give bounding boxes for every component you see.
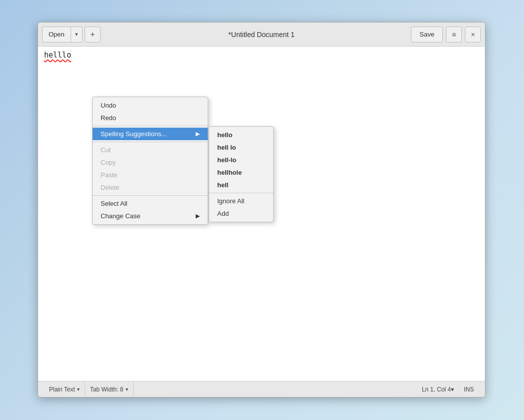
menu-item-change-case[interactable]: Change Case ▶ xyxy=(93,210,208,222)
title-bar-right: Save ≡ × xyxy=(411,27,481,43)
open-button[interactable]: Open ▾ xyxy=(42,27,83,43)
close-icon: × xyxy=(471,31,475,39)
ln-col-label: Ln 1, Col 4 xyxy=(422,386,451,393)
close-button[interactable]: × xyxy=(465,27,481,43)
plain-text-section[interactable]: Plain Text ▾ xyxy=(44,381,85,397)
submenu-item-hell-lo-space[interactable]: hell lo xyxy=(209,141,273,154)
status-bar: Plain Text ▾ Tab Width: 8 ▾ Ln 1, Col 4 … xyxy=(38,381,485,397)
menu-item-spelling[interactable]: Spelling Suggestions... ▶ xyxy=(93,128,208,140)
submenu-item-hellhole[interactable]: hellhole xyxy=(209,166,273,179)
plain-text-label: Plain Text xyxy=(49,386,75,393)
menu-item-paste-label: Paste xyxy=(101,171,117,179)
submenu-item-hell-label: hell xyxy=(217,181,228,189)
menu-separator-2 xyxy=(93,142,208,142)
context-menu: Undo Redo Spelling Suggestions... ▶ Cut … xyxy=(92,97,208,225)
submenu-item-hell-lo-dash[interactable]: hell-lo xyxy=(209,154,273,166)
menu-item-delete[interactable]: Delete xyxy=(93,181,208,194)
submenu-item-ignore-all[interactable]: Ignore All xyxy=(209,195,273,207)
open-dropdown-arrow-icon[interactable]: ▾ xyxy=(71,27,82,42)
ins-section: INS xyxy=(459,386,479,393)
title-bar: Open ▾ + *Untitled Document 1 Save ≡ × xyxy=(38,23,485,47)
new-document-icon: + xyxy=(90,30,95,39)
submenu-item-add[interactable]: Add xyxy=(209,207,273,220)
change-case-arrow-icon: ▶ xyxy=(196,213,200,219)
menu-button[interactable]: ≡ xyxy=(446,27,462,43)
tab-width-section[interactable]: Tab Width: 8 ▾ xyxy=(85,381,134,397)
submenu-item-add-label: Add xyxy=(217,210,229,217)
menu-separator-3 xyxy=(93,195,208,196)
menu-item-select-all[interactable]: Select All xyxy=(93,197,208,210)
menu-item-cut[interactable]: Cut xyxy=(93,144,208,156)
editor-area[interactable]: helllo Undo Redo Spelling Suggestions...… xyxy=(38,47,485,381)
window-title: *Untitled Document 1 xyxy=(228,31,294,39)
ln-col-arrow-icon: ▾ xyxy=(451,386,454,393)
menu-item-copy-label: Copy xyxy=(101,159,116,166)
menu-item-cut-label: Cut xyxy=(101,146,111,154)
app-window: Open ▾ + *Untitled Document 1 Save ≡ × h… xyxy=(38,22,485,397)
submenu-item-hello[interactable]: hello xyxy=(209,129,273,141)
ln-col-section[interactable]: Ln 1, Col 4 ▾ xyxy=(417,386,459,393)
submenu-item-hellhole-label: hellhole xyxy=(217,169,242,176)
tab-width-arrow-icon: ▾ xyxy=(126,386,128,392)
plain-text-arrow-icon: ▾ xyxy=(77,386,80,392)
menu-item-paste[interactable]: Paste xyxy=(93,169,208,181)
menu-separator-1 xyxy=(93,126,208,126)
tab-width-label: Tab Width: 8 xyxy=(90,386,124,393)
menu-item-undo-label: Undo xyxy=(101,102,116,109)
menu-item-copy[interactable]: Copy xyxy=(93,156,208,169)
editor-content: helllo xyxy=(44,51,71,60)
new-document-button[interactable]: + xyxy=(85,27,101,43)
status-right: Ln 1, Col 4 ▾ INS xyxy=(417,386,479,393)
submenu-item-hell[interactable]: hell xyxy=(209,179,273,191)
submenu-item-hell-lo-space-label: hell lo xyxy=(217,144,236,151)
submenu-item-hell-lo-dash-label: hell-lo xyxy=(217,156,236,164)
menu-item-delete-label: Delete xyxy=(101,184,120,191)
menu-item-change-case-label: Change Case xyxy=(101,212,141,220)
menu-item-redo[interactable]: Redo xyxy=(93,112,208,124)
save-button[interactable]: Save xyxy=(411,27,443,43)
menu-icon: ≡ xyxy=(452,31,456,39)
spelling-submenu: hello hell lo hell-lo hellhole hell Igno… xyxy=(209,126,274,222)
submenu-separator xyxy=(209,193,273,193)
menu-item-undo[interactable]: Undo xyxy=(93,99,208,112)
open-button-label[interactable]: Open xyxy=(43,27,71,42)
submenu-item-ignore-all-label: Ignore All xyxy=(217,197,244,205)
menu-item-redo-label: Redo xyxy=(101,114,116,122)
submenu-arrow-icon: ▶ xyxy=(196,131,200,137)
submenu-item-hello-label: hello xyxy=(217,131,232,139)
menu-item-spelling-label: Spelling Suggestions... xyxy=(101,130,167,138)
ins-label: INS xyxy=(464,386,474,393)
title-bar-left: Open ▾ + xyxy=(42,27,101,43)
menu-item-select-all-label: Select All xyxy=(101,200,127,207)
